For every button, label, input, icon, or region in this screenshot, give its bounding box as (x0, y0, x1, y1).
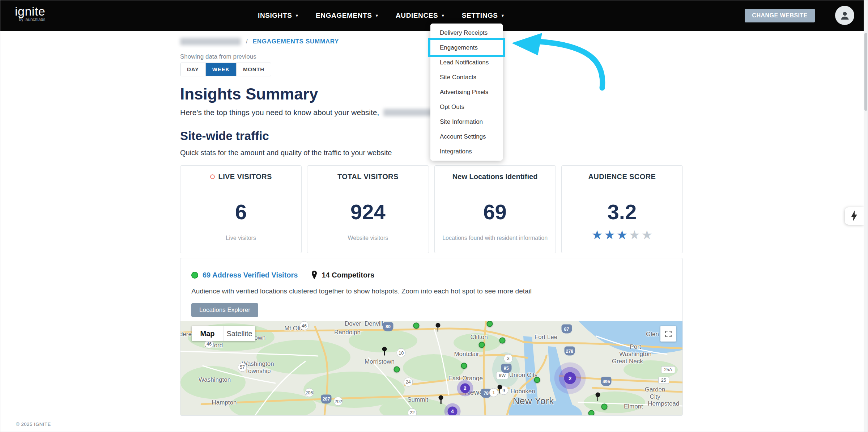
visitor-marker[interactable] (588, 410, 594, 416)
legend-label: 14 Competitors (322, 271, 374, 279)
stat-card-header-label: LIVE VISITORS (218, 173, 272, 181)
nav-item-insights[interactable]: INSIGHTS ▼ (258, 12, 299, 20)
visitor-marker[interactable] (393, 367, 400, 373)
visitor-marker[interactable] (478, 342, 485, 348)
competitor-pin[interactable] (595, 393, 600, 402)
map-type-map-button[interactable]: Map (192, 326, 224, 341)
cluster-marker[interactable]: 4 (447, 406, 457, 416)
stat-card-total-visitors: TOTAL VISITORS 924 Website visitors (307, 165, 429, 253)
map-place-label: Fort Lee (535, 334, 557, 341)
map-place-label: Hoboken (511, 388, 535, 395)
road-shield-icon: 206 (305, 388, 314, 397)
toggle-month-button[interactable]: MONTH (237, 63, 271, 76)
nav-item-audiences[interactable]: AUDIENCES ▼ (396, 12, 445, 20)
legend-competitors[interactable]: 14 Competitors (311, 271, 374, 279)
stat-caption: Live visitors (226, 235, 256, 241)
road-shield-icon: 25A (661, 366, 675, 373)
settings-menu-item-delivery-receipts[interactable]: Delivery Receipts (430, 25, 503, 40)
map-card-header: 69 Address Verified Visitors 14 Competit… (180, 258, 682, 317)
page-subtitle-text: Here's the top things you need to know a… (180, 108, 379, 117)
map-type-satellite-button[interactable]: Satellite (224, 326, 255, 341)
road-shield-icon: 9W (496, 372, 509, 379)
map-place-label: Montclair (454, 351, 479, 358)
stat-value: 6 (235, 200, 247, 224)
nav-item-label: INSIGHTS (258, 12, 292, 20)
breadcrumb-current[interactable]: ENGAGEMENTS SUMMARY (253, 38, 339, 45)
settings-menu-item-opt-outs[interactable]: Opt Outs (430, 99, 503, 114)
star-icon: ★ (592, 228, 603, 241)
visitor-marker[interactable] (601, 403, 607, 410)
toggle-week-button[interactable]: WEEK (206, 63, 237, 76)
map-place-label: Great Neck (612, 358, 643, 365)
settings-menu-item-site-information[interactable]: Site Information (430, 114, 503, 129)
settings-menu-item-site-contacts[interactable]: Site Contacts (430, 70, 503, 85)
locations-map[interactable]: derettstownMt OliveDoverDenvilleRandolph… (180, 321, 683, 416)
stat-card-live-visitors: LIVE VISITORS 6 Live visitors (180, 165, 302, 253)
star-rating: ★★★★★ (592, 228, 652, 241)
breadcrumb: / ENGAGEMENTS SUMMARY (180, 38, 339, 45)
quick-actions-tab[interactable] (845, 207, 864, 225)
map-place-label: Washington (199, 376, 231, 384)
lightning-bolt-icon (851, 211, 858, 221)
map-place-label: Union City (509, 372, 537, 379)
logo-subtitle: by launchlabs (15, 17, 45, 22)
breadcrumb-separator: / (246, 38, 248, 45)
user-avatar[interactable] (835, 6, 854, 25)
scrollbar-track[interactable] (864, 0, 868, 432)
stat-card-header: AUDIENCE SCORE (562, 166, 682, 188)
settings-menu-item-integrations[interactable]: Integrations (430, 144, 503, 159)
chevron-down-icon: ▼ (501, 14, 505, 18)
map-place-label: Morristown (365, 358, 395, 365)
settings-menu-item-lead-notifications[interactable]: Lead Notifications (430, 55, 503, 70)
map-place-label: Summit (407, 396, 428, 403)
competitor-pin[interactable] (438, 395, 443, 405)
map-place-label: Clifton (471, 334, 488, 341)
cluster-marker[interactable]: 2 (460, 383, 470, 393)
settings-menu-item-advertising-pixels[interactable]: Advertising Pixels (430, 85, 503, 99)
visitor-marker[interactable] (486, 321, 493, 327)
map-place-label: New York (513, 395, 554, 406)
stat-card-audience-score: AUDIENCE SCORE 3.2 ★★★★★ (561, 165, 683, 253)
map-overlays: derettstownMt OliveDoverDenvilleRandolph… (180, 321, 683, 416)
scrollbar-thumb[interactable] (864, 33, 867, 111)
cluster-marker[interactable]: 2 (564, 372, 576, 384)
locations-map-card: 69 Address Verified Visitors 14 Competit… (180, 258, 683, 416)
settings-menu-item-engagements[interactable]: Engagements (430, 40, 503, 55)
competitor-pin[interactable] (435, 323, 441, 332)
legend-verified-visitors[interactable]: 69 Address Verified Visitors (191, 271, 298, 279)
road-shield-icon: 46 (299, 321, 309, 330)
change-website-button[interactable]: CHANGE WEBSITE (745, 9, 815, 22)
annotation-arrow-icon (506, 32, 607, 95)
map-place-label: Hampton (212, 399, 237, 406)
map-pin-icon (311, 271, 317, 279)
locations-explorer-button[interactable]: Locations Explorer (191, 303, 258, 317)
road-shield-icon: 202 (334, 397, 343, 406)
nav-item-engagements[interactable]: ENGAGEMENTS ▼ (316, 12, 379, 20)
live-indicator-icon (210, 174, 215, 179)
map-fullscreen-button[interactable] (660, 326, 676, 342)
green-dot-icon (191, 272, 198, 279)
road-shield-icon: 95 (501, 364, 511, 373)
stat-caption: Website visitors (348, 235, 388, 241)
competitor-pin[interactable] (382, 347, 387, 356)
visitor-marker[interactable] (413, 323, 419, 329)
app-screen: ignite by launchlabs INSIGHTS ▼ ENGAGEME… (0, 0, 868, 432)
settings-menu-item-account-settings[interactable]: Account Settings (430, 129, 503, 144)
fullscreen-icon (665, 330, 672, 338)
competitor-pin[interactable] (497, 385, 502, 394)
nav-item-label: ENGAGEMENTS (316, 12, 372, 20)
visitor-marker[interactable] (461, 363, 467, 369)
ignite-logo[interactable]: ignite by launchlabs (15, 5, 45, 22)
nav-item-label: AUDIENCES (396, 12, 438, 20)
stat-card-header-label: New Locations Identified (452, 173, 538, 181)
visitor-marker[interactable] (499, 337, 505, 343)
toggle-day-button[interactable]: DAY (180, 63, 206, 76)
visitor-marker[interactable] (534, 377, 540, 383)
map-place-label: Hempstead (648, 400, 679, 407)
nav-item-settings[interactable]: SETTINGS ▼ (462, 12, 505, 20)
legend-label: 69 Address Verified Visitors (203, 271, 298, 279)
stat-value: 69 (483, 200, 507, 224)
road-shield-icon: 87 (561, 325, 572, 334)
map-place-label: dere (180, 331, 192, 338)
settings-menu: Delivery ReceiptsEngagementsLead Notific… (430, 24, 503, 161)
